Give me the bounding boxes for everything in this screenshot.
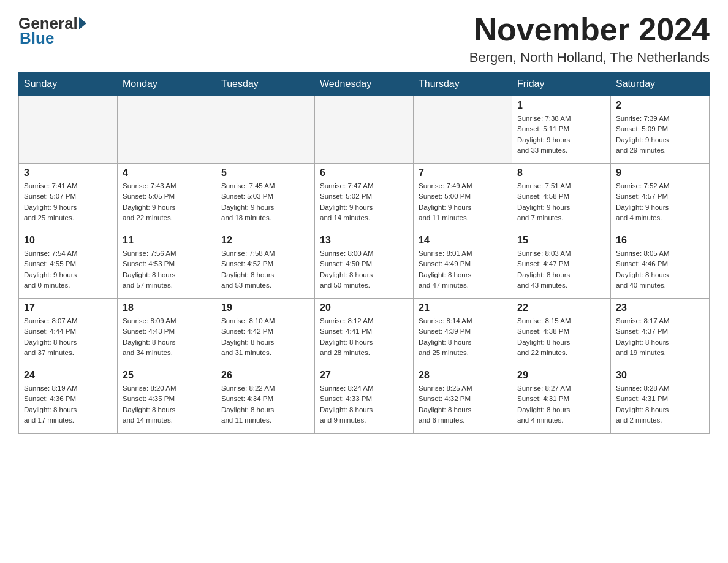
header-area: General Blue November 2024 Bergen, North… [18,12,710,66]
day-info: Sunrise: 8:19 AM Sunset: 4:36 PM Dayligh… [24,383,112,426]
calendar-table: SundayMondayTuesdayWednesdayThursdayFrid… [18,72,710,434]
day-number: 4 [123,167,211,178]
day-info: Sunrise: 8:24 AM Sunset: 4:33 PM Dayligh… [320,383,408,426]
calendar-day-cell: 10Sunrise: 7:54 AM Sunset: 4:55 PM Dayli… [19,231,118,299]
calendar-header-cell: Monday [118,72,216,96]
day-number: 5 [221,167,309,178]
day-number: 13 [320,235,408,246]
calendar-day-cell: 8Sunrise: 7:51 AM Sunset: 4:58 PM Daylig… [512,164,611,231]
calendar-day-cell: 25Sunrise: 8:20 AM Sunset: 4:35 PM Dayli… [118,366,216,434]
calendar-day-cell: 29Sunrise: 8:27 AM Sunset: 4:31 PM Dayli… [512,366,611,434]
day-number: 14 [419,235,507,246]
calendar-day-cell [315,96,414,164]
day-info: Sunrise: 8:00 AM Sunset: 4:50 PM Dayligh… [320,248,408,291]
calendar-day-cell: 16Sunrise: 8:05 AM Sunset: 4:46 PM Dayli… [611,231,710,299]
title-area: November 2024 Bergen, North Holland, The… [469,12,710,66]
day-info: Sunrise: 8:12 AM Sunset: 4:41 PM Dayligh… [320,316,408,358]
day-info: Sunrise: 7:49 AM Sunset: 5:00 PM Dayligh… [419,181,507,223]
day-number: 27 [320,370,408,381]
day-number: 29 [517,370,605,381]
calendar-day-cell: 17Sunrise: 8:07 AM Sunset: 4:44 PM Dayli… [19,299,118,366]
day-info: Sunrise: 8:07 AM Sunset: 4:44 PM Dayligh… [24,316,112,358]
calendar-header-cell: Wednesday [315,72,414,96]
day-number: 22 [517,302,605,313]
day-number: 7 [419,167,507,178]
day-info: Sunrise: 8:10 AM Sunset: 4:42 PM Dayligh… [221,316,309,358]
day-number: 17 [24,302,112,313]
calendar-day-cell: 27Sunrise: 8:24 AM Sunset: 4:33 PM Dayli… [315,366,414,434]
day-info: Sunrise: 7:52 AM Sunset: 4:57 PM Dayligh… [616,181,704,223]
day-number: 28 [419,370,507,381]
calendar-day-cell: 15Sunrise: 8:03 AM Sunset: 4:47 PM Dayli… [512,231,611,299]
day-info: Sunrise: 8:03 AM Sunset: 4:47 PM Dayligh… [517,248,605,291]
calendar-day-cell: 9Sunrise: 7:52 AM Sunset: 4:57 PM Daylig… [611,164,710,231]
day-number: 9 [616,167,704,178]
day-info: Sunrise: 8:20 AM Sunset: 4:35 PM Dayligh… [123,383,211,426]
day-info: Sunrise: 7:58 AM Sunset: 4:52 PM Dayligh… [221,248,309,291]
calendar-day-cell: 26Sunrise: 8:22 AM Sunset: 4:34 PM Dayli… [216,366,315,434]
calendar-day-cell [19,96,118,164]
day-info: Sunrise: 8:25 AM Sunset: 4:32 PM Dayligh… [419,383,507,426]
day-info: Sunrise: 8:01 AM Sunset: 4:49 PM Dayligh… [419,248,507,291]
day-number: 6 [320,167,408,178]
calendar-header-cell: Thursday [414,72,512,96]
logo-triangle-icon [79,17,86,29]
day-info: Sunrise: 7:56 AM Sunset: 4:53 PM Dayligh… [123,248,211,291]
day-number: 30 [616,370,704,381]
day-number: 15 [517,235,605,246]
day-info: Sunrise: 7:51 AM Sunset: 4:58 PM Dayligh… [517,181,605,223]
calendar-day-cell: 18Sunrise: 8:09 AM Sunset: 4:43 PM Dayli… [118,299,216,366]
day-number: 12 [221,235,309,246]
day-info: Sunrise: 7:39 AM Sunset: 5:09 PM Dayligh… [616,113,704,156]
calendar-day-cell: 1Sunrise: 7:38 AM Sunset: 5:11 PM Daylig… [512,96,611,164]
day-info: Sunrise: 8:09 AM Sunset: 4:43 PM Dayligh… [123,316,211,358]
calendar-week-row: 24Sunrise: 8:19 AM Sunset: 4:36 PM Dayli… [19,366,710,434]
day-info: Sunrise: 8:28 AM Sunset: 4:31 PM Dayligh… [616,383,704,426]
logo: General Blue [18,12,88,48]
day-number: 3 [24,167,112,178]
day-info: Sunrise: 8:15 AM Sunset: 4:38 PM Dayligh… [517,316,605,358]
day-number: 18 [123,302,211,313]
day-number: 16 [616,235,704,246]
calendar-day-cell: 23Sunrise: 8:17 AM Sunset: 4:37 PM Dayli… [611,299,710,366]
calendar-header-cell: Friday [512,72,611,96]
calendar-day-cell [216,96,315,164]
day-info: Sunrise: 7:54 AM Sunset: 4:55 PM Dayligh… [24,248,112,291]
calendar-day-cell: 6Sunrise: 7:47 AM Sunset: 5:02 PM Daylig… [315,164,414,231]
day-info: Sunrise: 7:38 AM Sunset: 5:11 PM Dayligh… [517,113,605,156]
calendar-day-cell: 24Sunrise: 8:19 AM Sunset: 4:36 PM Dayli… [19,366,118,434]
calendar-day-cell: 4Sunrise: 7:43 AM Sunset: 5:05 PM Daylig… [118,164,216,231]
calendar-day-cell: 5Sunrise: 7:45 AM Sunset: 5:03 PM Daylig… [216,164,315,231]
calendar-week-row: 10Sunrise: 7:54 AM Sunset: 4:55 PM Dayli… [19,231,710,299]
calendar-header-cell: Tuesday [216,72,315,96]
day-info: Sunrise: 8:22 AM Sunset: 4:34 PM Dayligh… [221,383,309,426]
calendar-day-cell: 14Sunrise: 8:01 AM Sunset: 4:49 PM Dayli… [414,231,512,299]
day-number: 8 [517,167,605,178]
calendar-day-cell: 21Sunrise: 8:14 AM Sunset: 4:39 PM Dayli… [414,299,512,366]
day-number: 1 [517,100,605,111]
calendar-header-cell: Sunday [19,72,118,96]
calendar-day-cell: 11Sunrise: 7:56 AM Sunset: 4:53 PM Dayli… [118,231,216,299]
calendar-day-cell: 22Sunrise: 8:15 AM Sunset: 4:38 PM Dayli… [512,299,611,366]
day-info: Sunrise: 7:41 AM Sunset: 5:07 PM Dayligh… [24,181,112,223]
calendar-day-cell: 28Sunrise: 8:25 AM Sunset: 4:32 PM Dayli… [414,366,512,434]
day-number: 24 [24,370,112,381]
month-title: November 2024 [469,12,710,47]
logo-blue-text: Blue [18,29,54,48]
calendar-day-cell [118,96,216,164]
day-number: 20 [320,302,408,313]
calendar-day-cell [414,96,512,164]
day-info: Sunrise: 7:47 AM Sunset: 5:02 PM Dayligh… [320,181,408,223]
calendar-header-row: SundayMondayTuesdayWednesdayThursdayFrid… [19,72,710,96]
calendar-day-cell: 2Sunrise: 7:39 AM Sunset: 5:09 PM Daylig… [611,96,710,164]
day-info: Sunrise: 7:45 AM Sunset: 5:03 PM Dayligh… [221,181,309,223]
calendar-week-row: 1Sunrise: 7:38 AM Sunset: 5:11 PM Daylig… [19,96,710,164]
day-info: Sunrise: 8:17 AM Sunset: 4:37 PM Dayligh… [616,316,704,358]
calendar-week-row: 17Sunrise: 8:07 AM Sunset: 4:44 PM Dayli… [19,299,710,366]
calendar-week-row: 3Sunrise: 7:41 AM Sunset: 5:07 PM Daylig… [19,164,710,231]
day-number: 23 [616,302,704,313]
location-title: Bergen, North Holland, The Netherlands [469,50,710,66]
day-number: 2 [616,100,704,111]
calendar-day-cell: 19Sunrise: 8:10 AM Sunset: 4:42 PM Dayli… [216,299,315,366]
calendar-day-cell: 12Sunrise: 7:58 AM Sunset: 4:52 PM Dayli… [216,231,315,299]
